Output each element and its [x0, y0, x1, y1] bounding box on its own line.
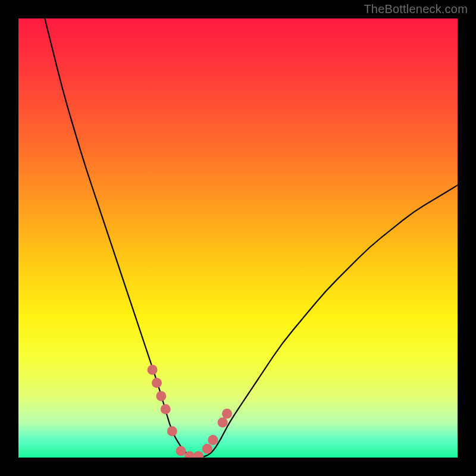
curve-marker: [218, 417, 228, 427]
curve-marker: [193, 451, 203, 458]
curve-marker: [202, 444, 212, 454]
bottleneck-curve: [45, 18, 458, 458]
attribution-text: TheBottleneck.com: [364, 2, 468, 16]
curve-marker: [152, 378, 162, 388]
chart-frame: TheBottleneck.com: [0, 0, 476, 476]
curve-marker: [148, 365, 158, 375]
curve-marker: [222, 409, 232, 419]
curve-marker: [161, 404, 171, 414]
plot-area: [18, 18, 458, 458]
curve-markers: [148, 365, 232, 458]
curve-marker: [156, 391, 166, 401]
curve-marker: [208, 435, 218, 445]
curve-marker: [167, 426, 177, 436]
curve-marker: [176, 446, 186, 456]
curve-layer: [18, 18, 458, 458]
